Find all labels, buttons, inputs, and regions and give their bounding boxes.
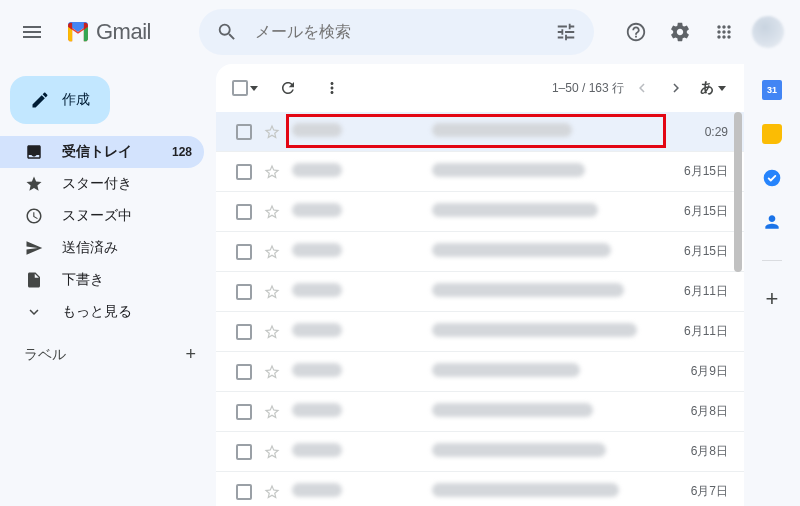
next-page-button[interactable] [660,72,692,104]
row-checkbox[interactable] [234,242,254,262]
mail-row[interactable]: 0:29 [216,112,744,152]
row-date: 6月15日 [674,163,734,180]
compose-label: 作成 [62,91,90,109]
checkbox-icon [236,124,252,140]
chevron-left-icon [633,79,651,97]
mail-row[interactable]: 6月9日 [216,352,744,392]
row-checkbox[interactable] [234,162,254,182]
nav-item-3[interactable]: 送信済み [0,232,204,264]
row-checkbox[interactable] [234,122,254,142]
row-checkbox[interactable] [234,282,254,302]
add-label-button[interactable]: + [185,344,196,365]
mail-list: 0:296月15日6月15日6月15日6月11日6月11日6月9日6月8日6月8… [216,112,744,506]
mail-main: 1–50 / 163 行 あ 0:296月15日6月15日6月15日6月11日6… [216,64,744,506]
nav-item-1[interactable]: スター付き [0,168,204,200]
search-bar[interactable] [199,9,594,55]
star-outline-icon [263,323,281,341]
mail-row[interactable]: 6月7日 [216,472,744,506]
compose-button[interactable]: 作成 [10,76,110,124]
gmail-logo[interactable]: Gmail [56,18,159,46]
nav-item-0[interactable]: 受信トレイ128 [0,136,204,168]
row-star[interactable] [262,202,282,222]
search-icon[interactable] [207,12,247,52]
account-avatar[interactable] [752,16,784,48]
checkbox-icon [236,404,252,420]
row-subject [432,283,674,300]
get-addons-button[interactable]: + [762,289,782,309]
hamburger-icon [20,20,44,44]
send-icon [25,239,43,257]
row-star[interactable] [262,482,282,502]
nav-label: もっと見る [62,303,192,321]
main-menu-button[interactable] [8,8,56,56]
row-star[interactable] [262,122,282,142]
mail-row[interactable]: 6月11日 [216,272,744,312]
row-checkbox[interactable] [234,362,254,382]
input-method-button[interactable]: あ [694,75,732,101]
checkbox-icon [236,204,252,220]
search-options-icon[interactable] [546,12,586,52]
gmail-icon [64,18,92,46]
calendar-app-icon[interactable] [762,80,782,100]
checkbox-icon [236,364,252,380]
mail-row[interactable]: 6月8日 [216,392,744,432]
refresh-button[interactable] [270,70,306,106]
contacts-app-icon[interactable] [762,212,782,232]
row-subject [432,163,674,180]
row-star[interactable] [262,442,282,462]
row-checkbox[interactable] [234,202,254,222]
row-subject [432,443,674,460]
keep-app-icon[interactable] [762,124,782,144]
header-actions [616,12,792,52]
star-outline-icon [263,203,281,221]
nav-label: 下書き [62,271,192,289]
mail-row[interactable]: 6月8日 [216,432,744,472]
settings-button[interactable] [660,12,700,52]
row-checkbox[interactable] [234,482,254,502]
prev-page-button[interactable] [626,72,658,104]
tasks-app-icon[interactable] [762,168,782,188]
row-date: 6月15日 [674,243,734,260]
star-outline-icon [263,243,281,261]
row-subject [432,483,674,500]
star-icon [25,175,43,193]
mail-row[interactable]: 6月11日 [216,312,744,352]
checkbox-icon [232,80,248,96]
row-sender [292,163,432,180]
row-subject [432,203,674,220]
row-star[interactable] [262,402,282,422]
checkbox-icon [236,444,252,460]
row-sender [292,323,432,340]
nav-item-4[interactable]: 下書き [0,264,204,296]
apps-button[interactable] [704,12,744,52]
row-checkbox[interactable] [234,402,254,422]
lang-label: あ [700,79,714,97]
row-star[interactable] [262,242,282,262]
scrollbar[interactable] [732,112,744,506]
mail-row[interactable]: 6月15日 [216,192,744,232]
draft-icon [25,271,43,289]
support-button[interactable] [616,12,656,52]
row-star[interactable] [262,282,282,302]
row-checkbox[interactable] [234,442,254,462]
star-outline-icon [263,363,281,381]
nav-item-2[interactable]: スヌーズ中 [0,200,204,232]
refresh-icon [279,79,297,97]
checkbox-icon [236,244,252,260]
row-date: 6月8日 [674,443,734,460]
nav-item-5[interactable]: もっと見る [0,296,204,328]
row-sender [292,403,432,420]
scrollbar-thumb[interactable] [734,112,742,272]
clock-icon [25,207,43,225]
mail-row[interactable]: 6月15日 [216,152,744,192]
inbox-icon [25,143,43,161]
more-button[interactable] [314,70,350,106]
search-input[interactable] [247,23,546,41]
select-all-checkbox[interactable] [228,76,262,100]
row-checkbox[interactable] [234,322,254,342]
row-star[interactable] [262,362,282,382]
row-star[interactable] [262,162,282,182]
checkbox-icon [236,324,252,340]
mail-row[interactable]: 6月15日 [216,232,744,272]
row-star[interactable] [262,322,282,342]
